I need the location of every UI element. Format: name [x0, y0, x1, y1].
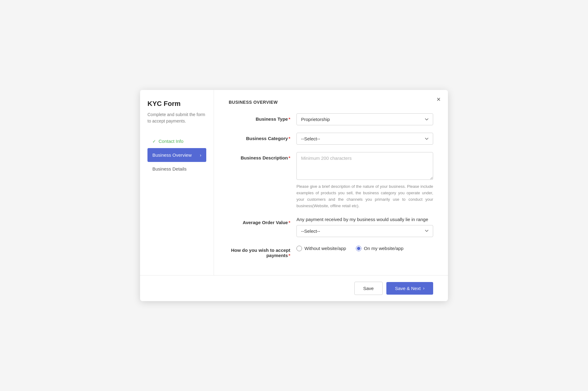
sidebar-item-label: Business Overview	[152, 152, 192, 158]
save-next-button[interactable]: Save & Next ›	[386, 282, 433, 295]
business-description-textarea[interactable]	[296, 152, 433, 180]
average-order-value-select[interactable]: --Select-- ₹0 - ₹1,000 ₹1,001 - ₹10,000 …	[296, 225, 433, 237]
save-button[interactable]: Save	[354, 282, 383, 295]
payment-method-group: How do you wish to accept payments* With…	[229, 244, 433, 258]
modal-container: KYC Form Complete and submit the form to…	[140, 90, 448, 301]
radio-on-website[interactable]: On my website/app	[356, 246, 403, 251]
business-description-hint: Please give a brief description of the n…	[296, 183, 433, 209]
sidebar-title: KYC Form	[147, 100, 206, 108]
radio-group: Without website/app On my website/app	[296, 246, 433, 251]
modal-full-wrap: KYC Form Complete and submit the form to…	[140, 90, 448, 301]
radio-without-website[interactable]: Without website/app	[296, 246, 346, 251]
sidebar-item-business-overview[interactable]: Business Overview ›	[147, 148, 206, 162]
payment-method-control: Without website/app On my website/app	[296, 244, 433, 251]
modal-body: KYC Form Complete and submit the form to…	[140, 90, 448, 275]
business-type-label: Business Type*	[229, 113, 296, 122]
sidebar-nav: ✓ Contact Info Business Overview › Busin…	[147, 134, 206, 176]
save-next-label: Save & Next	[395, 286, 421, 291]
business-description-label: Business Description*	[229, 152, 296, 160]
business-type-group: Business Type* Proprietorship Partnershi…	[229, 113, 433, 125]
average-order-value-control: Any payment received by my business woul…	[296, 217, 433, 237]
business-type-select[interactable]: Proprietorship Partnership Private Limit…	[296, 113, 433, 125]
modal-footer: Save Save & Next ›	[140, 275, 448, 301]
radio-without-website-label: Without website/app	[304, 246, 346, 251]
business-category-label: Business Category*	[229, 133, 296, 141]
sidebar-item-business-details[interactable]: Business Details	[147, 162, 206, 176]
section-title: BUSINESS OVERVIEW	[229, 100, 433, 105]
business-category-group: Business Category* --Select-- Retail E-c…	[229, 133, 433, 145]
payment-method-label: How do you wish to accept payments*	[229, 244, 296, 258]
radio-on-website-input[interactable]	[356, 246, 361, 251]
business-type-control: Proprietorship Partnership Private Limit…	[296, 113, 433, 125]
check-icon: ✓	[152, 139, 156, 144]
business-category-select[interactable]: --Select-- Retail E-commerce Services Ma…	[296, 133, 433, 145]
sidebar-item-label: Business Details	[152, 166, 187, 171]
business-description-group: Business Description* Please give a brie…	[229, 152, 433, 209]
business-category-control: --Select-- Retail E-commerce Services Ma…	[296, 133, 433, 145]
sidebar: KYC Form Complete and submit the form to…	[140, 90, 214, 275]
average-order-value-group: Average Order Value* Any payment receive…	[229, 217, 433, 237]
arrow-right-icon: ›	[423, 286, 425, 291]
average-order-value-label: Average Order Value*	[229, 217, 296, 225]
main-content: × BUSINESS OVERVIEW Business Type* Propr…	[214, 90, 448, 275]
chevron-right-icon: ›	[200, 153, 201, 158]
radio-without-website-input[interactable]	[296, 246, 302, 251]
radio-on-website-label: On my website/app	[364, 246, 403, 251]
average-order-description: Any payment received by my business woul…	[296, 217, 433, 222]
sidebar-item-label: Contact Info	[159, 139, 183, 144]
business-description-control: Please give a brief description of the n…	[296, 152, 433, 209]
sidebar-item-contact-info[interactable]: ✓ Contact Info	[147, 134, 206, 148]
close-button[interactable]: ×	[437, 96, 441, 103]
sidebar-subtitle: Complete and submit the form to accept p…	[147, 111, 206, 124]
